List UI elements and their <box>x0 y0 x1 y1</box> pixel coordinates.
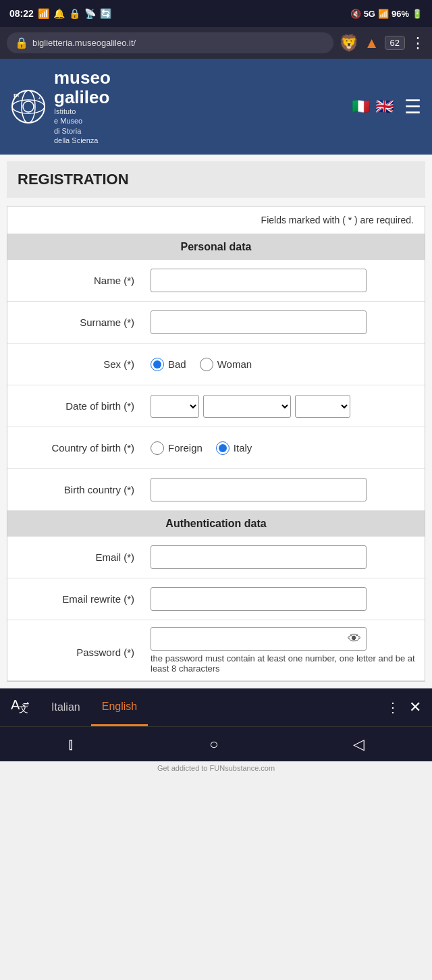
wifi-icon: 📶 <box>38 8 49 19</box>
sex-label: Sex (*) <box>7 350 142 378</box>
signal-bars: 📶 <box>378 9 389 19</box>
translation-more-icon[interactable]: ⋮ <box>386 699 400 715</box>
svg-text:+: + <box>38 95 41 101</box>
italy-flag[interactable]: 🇮🇹 <box>352 98 370 115</box>
country-option-foreign[interactable]: Foreign <box>151 441 202 455</box>
password-input[interactable] <box>151 627 367 651</box>
battery-icon: 🔋 <box>412 9 423 19</box>
password-label: Password (*) <box>7 634 142 666</box>
fields-note: Fields marked with ( * ) are required. <box>7 207 425 234</box>
sex-field-area: Bad Woman <box>142 351 425 378</box>
lock-icon: 🔒 <box>15 36 28 49</box>
sex-option-woman[interactable]: Woman <box>200 358 252 371</box>
english-lang-button[interactable]: English <box>91 688 148 726</box>
name-input[interactable] <box>151 269 367 292</box>
email-rewrite-row: Email rewrite (*) <box>7 578 425 620</box>
sex-radio-woman[interactable] <box>200 358 213 371</box>
nav-home-button[interactable]: ○ <box>196 736 232 753</box>
hamburger-menu[interactable]: ☰ <box>404 96 421 118</box>
registration-form: Fields marked with ( * ) are required. P… <box>7 206 425 682</box>
translation-bar: A 文 ⇌ Italian English ⋮ ✕ <box>0 688 432 726</box>
more-icon[interactable]: ⋮ <box>410 34 425 52</box>
email-input[interactable] <box>151 545 367 569</box>
password-field-wrapper: 👁 the password must contain at least one… <box>142 620 425 680</box>
password-hint: the password must contain at least one n… <box>151 653 416 674</box>
eye-icon[interactable]: 👁 <box>348 631 361 647</box>
sync-icon: 🔄 <box>100 8 111 19</box>
nav-bar: ⫿ ○ ◁ <box>0 726 432 761</box>
surname-label: Surname (*) <box>7 308 142 336</box>
auth-section-header: Authentication data <box>7 511 425 537</box>
registration-title: REGISTRATION <box>18 171 414 188</box>
svg-point-3 <box>22 90 35 123</box>
watermark: Get addicted to FUNsubstance.com <box>0 761 432 775</box>
email-rewrite-input[interactable] <box>151 587 367 611</box>
arrow-icon: ▲ <box>364 34 379 52</box>
brave-icon: 🦁 <box>339 34 359 53</box>
cast-icon: 📡 <box>84 8 96 19</box>
browser-icons: 🦁 ▲ 62 ⋮ <box>339 34 425 53</box>
birth-country-row: Birth country (*) <box>7 469 425 511</box>
browser-bar: 🔒 biglietteria.museogalileo.it/ 🦁 ▲ 62 ⋮ <box>0 27 432 59</box>
password-wrapper: 👁 <box>151 627 367 651</box>
nav-menu-button[interactable]: ⫿ <box>54 736 88 753</box>
status-bar: 08:22 📶 🔔 🔒 📡 🔄 🔇 5G 📶 96% 🔋 <box>0 0 432 27</box>
birth-country-input[interactable] <box>151 478 367 501</box>
site-header: m + museogalileo Istituto e Museo di Sto… <box>0 59 432 155</box>
name-label: Name (*) <box>7 267 142 294</box>
dob-field-area <box>142 388 425 425</box>
sex-label-bad: Bad <box>168 358 186 370</box>
password-row: Password (*) 👁 the password must contain… <box>7 620 425 681</box>
name-row: Name (*) <box>7 260 425 302</box>
time: 08:22 <box>9 8 34 19</box>
surname-row: Surname (*) <box>7 302 425 344</box>
country-radio-italy[interactable] <box>216 441 230 455</box>
svg-text:⇌: ⇌ <box>23 700 29 708</box>
country-option-italy[interactable]: Italy <box>216 441 252 455</box>
status-right: 🔇 5G 📶 96% 🔋 <box>350 9 423 19</box>
personal-data-section-header: Personal data <box>7 234 425 260</box>
email-rewrite-label: Email rewrite (*) <box>7 585 142 613</box>
header-right: 🇮🇹 🇬🇧 ☰ <box>352 96 421 118</box>
country-label-italy: Italy <box>234 442 252 454</box>
birth-country-label: Birth country (*) <box>7 476 142 503</box>
nav-back-button[interactable]: ◁ <box>340 736 378 753</box>
sex-option-bad[interactable]: Bad <box>151 358 186 371</box>
signal-icon: 5G <box>364 9 375 19</box>
sex-label-woman: Woman <box>217 358 252 370</box>
surname-field-area <box>142 304 425 341</box>
logo-title: museogalileo <box>54 68 111 107</box>
country-of-birth-row: Country of birth (*) Foreign Italy <box>7 427 425 469</box>
dob-label: Date of birth (*) <box>7 392 142 420</box>
svg-point-1 <box>23 101 34 112</box>
sex-radio-bad[interactable] <box>151 358 164 371</box>
email-field-area <box>142 539 425 576</box>
uk-flag[interactable]: 🇬🇧 <box>375 98 394 115</box>
lock-icon: 🔒 <box>69 8 80 19</box>
dob-row: Date of birth (*) <box>7 385 425 427</box>
email-label: Email (*) <box>7 543 142 571</box>
battery: 96% <box>392 9 409 19</box>
month-select[interactable] <box>203 395 291 418</box>
status-left: 08:22 📶 🔔 🔒 📡 🔄 <box>9 8 111 19</box>
sex-radio-group: Bad Woman <box>151 358 252 371</box>
surname-input[interactable] <box>151 310 367 334</box>
tab-count[interactable]: 62 <box>385 36 405 50</box>
email-rewrite-field-area <box>142 580 425 618</box>
country-of-birth-label: Country of birth (*) <box>7 434 142 462</box>
translate-icon: A 文 ⇌ <box>11 696 30 719</box>
date-selects <box>151 395 350 418</box>
museum-logo-icon: m + <box>11 89 46 124</box>
birth-country-field-area <box>142 471 425 508</box>
sex-row: Sex (*) Bad Woman <box>7 344 425 385</box>
country-radio-foreign[interactable] <box>151 441 164 455</box>
day-select[interactable] <box>151 395 199 418</box>
page-content: REGISTRATION Fields marked with ( * ) ar… <box>0 155 432 688</box>
notifications-icon: 🔔 <box>53 8 65 19</box>
country-of-birth-field-area: Foreign Italy <box>142 435 425 462</box>
url-bar[interactable]: 🔒 biglietteria.museogalileo.it/ <box>7 32 333 53</box>
year-select[interactable] <box>295 395 350 418</box>
translation-close-icon[interactable]: ✕ <box>409 699 421 716</box>
country-radio-group: Foreign Italy <box>151 441 252 455</box>
italian-lang-button[interactable]: Italian <box>40 688 91 726</box>
